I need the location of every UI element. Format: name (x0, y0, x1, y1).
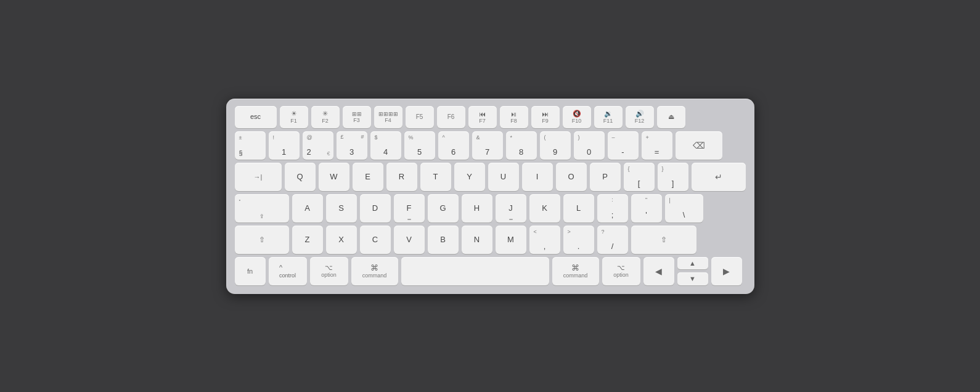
qwerty-row: →| Q W E R T Y U I O P { [ } ] ↵ (235, 163, 746, 191)
key-r[interactable]: R (386, 163, 417, 191)
num-row: ± § ! 1 @ 2 € £ # 3 $ 4 % 5 ^ 6 & (235, 131, 746, 160)
shift-row: ⇧ Z X C V B N M < , > . ? / ⇧ (235, 226, 746, 254)
key-q[interactable]: Q (285, 163, 316, 191)
key-eject[interactable]: ⏏ (657, 106, 685, 128)
key-f4[interactable]: ⊞⊞⊞⊞ F4 (374, 106, 402, 128)
key-semicolon[interactable]: : ; (597, 194, 628, 223)
key-return[interactable]: ↵ (692, 163, 746, 191)
key-comma[interactable]: < , (529, 226, 560, 254)
key-n[interactable]: N (462, 226, 492, 254)
key-h[interactable]: H (462, 194, 492, 223)
key-arrow-up[interactable]: ▲ (677, 257, 708, 270)
key-rbracket[interactable]: } ] (658, 163, 688, 191)
key-z[interactable]: Z (292, 226, 323, 254)
home-row: • ⇪ A S D F G H J K L : ; " ' | \ (235, 194, 746, 223)
key-delete[interactable]: ⌫ (676, 131, 722, 160)
key-8[interactable]: * 8 (506, 131, 537, 160)
key-period[interactable]: > . (563, 226, 594, 254)
key-y[interactable]: Y (454, 163, 485, 191)
key-esc[interactable]: esc (235, 106, 277, 128)
fn-row: esc ☀ F1 ✳ F2 ⊞⊞ F3 ⊞⊞⊞⊞ F4 F5 F6 ⏮ F7 ⏯ (235, 106, 746, 128)
key-f5[interactable]: F5 (406, 106, 434, 128)
key-caps-lock[interactable]: • ⇪ (235, 194, 289, 223)
key-slash[interactable]: ? / (597, 226, 628, 254)
key-fn[interactable]: fn (235, 257, 266, 285)
key-control[interactable]: ^ control (269, 257, 307, 285)
key-minus[interactable]: – - (608, 131, 639, 160)
key-0[interactable]: ) 0 (574, 131, 605, 160)
keyboard: esc ☀ F1 ✳ F2 ⊞⊞ F3 ⊞⊞⊞⊞ F4 F5 F6 ⏮ F7 ⏯ (226, 99, 754, 294)
key-j[interactable]: J (496, 194, 526, 223)
key-shift-right[interactable]: ⇧ (631, 226, 696, 254)
key-2[interactable]: @ 2 € (303, 131, 333, 160)
bottom-row: fn ^ control ⌥ option ⌘ command ⌘ comman… (235, 257, 746, 285)
key-c[interactable]: C (360, 226, 391, 254)
key-a[interactable]: A (292, 194, 323, 223)
key-f1[interactable]: ☀ F1 (280, 106, 308, 128)
key-shift-left[interactable]: ⇧ (235, 226, 289, 254)
key-arrow-down[interactable]: ▼ (677, 272, 708, 285)
key-l[interactable]: L (563, 194, 594, 223)
key-5[interactable]: % 5 (404, 131, 435, 160)
key-v[interactable]: V (394, 226, 425, 254)
key-3[interactable]: £ # 3 (337, 131, 367, 160)
key-arrow-left[interactable]: ◀ (643, 257, 674, 285)
key-7[interactable]: & 7 (472, 131, 503, 160)
key-t[interactable]: T (420, 163, 451, 191)
key-f3[interactable]: ⊞⊞ F3 (343, 106, 371, 128)
key-f7[interactable]: ⏮ F7 (468, 106, 497, 128)
key-k[interactable]: K (529, 194, 560, 223)
key-u[interactable]: U (488, 163, 519, 191)
key-f[interactable]: F (394, 194, 425, 223)
key-f9[interactable]: ⏭ F9 (531, 106, 560, 128)
key-4[interactable]: $ 4 (370, 131, 401, 160)
key-x[interactable]: X (326, 226, 357, 254)
key-m[interactable]: M (496, 226, 526, 254)
key-p[interactable]: P (590, 163, 621, 191)
key-command-left[interactable]: ⌘ command (351, 257, 398, 285)
key-1[interactable]: ! 1 (269, 131, 300, 160)
key-tab[interactable]: →| (235, 163, 282, 191)
key-s[interactable]: S (326, 194, 357, 223)
key-6[interactable]: ^ 6 (438, 131, 469, 160)
key-f2[interactable]: ✳ F2 (311, 106, 340, 128)
key-f11[interactable]: 🔉 F11 (594, 106, 623, 128)
key-9[interactable]: ( 9 (540, 131, 571, 160)
key-o[interactable]: O (556, 163, 587, 191)
key-f10[interactable]: 🔇 F10 (563, 106, 591, 128)
key-w[interactable]: W (319, 163, 349, 191)
arrow-up-down-container: ▲ ▼ (677, 257, 708, 285)
key-section[interactable]: ± § (235, 131, 266, 160)
key-b[interactable]: B (428, 226, 459, 254)
key-command-right[interactable]: ⌘ command (552, 257, 599, 285)
key-f12[interactable]: 🔊 F12 (626, 106, 654, 128)
key-arrow-right[interactable]: ▶ (711, 257, 742, 285)
key-g[interactable]: G (428, 194, 459, 223)
key-f8[interactable]: ⏯ F8 (500, 106, 528, 128)
key-quote[interactable]: " ' (631, 194, 662, 223)
key-f6[interactable]: F6 (437, 106, 465, 128)
key-space[interactable] (401, 257, 549, 285)
key-e[interactable]: E (353, 163, 383, 191)
key-d[interactable]: D (360, 194, 391, 223)
key-option-right[interactable]: ⌥ option (602, 257, 640, 285)
key-option-left[interactable]: ⌥ option (310, 257, 348, 285)
key-lbracket[interactable]: { [ (624, 163, 655, 191)
key-backslash[interactable]: | \ (665, 194, 703, 223)
key-i[interactable]: I (522, 163, 553, 191)
key-equals[interactable]: + = (642, 131, 672, 160)
